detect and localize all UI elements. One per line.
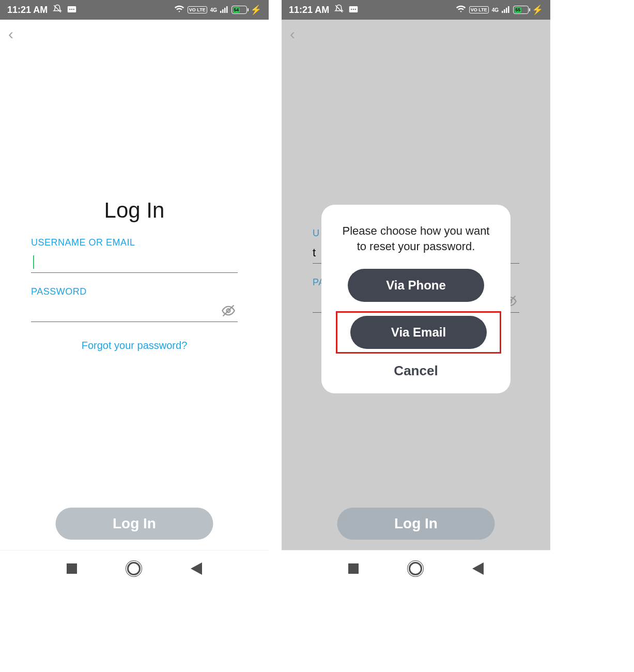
nav-back-icon[interactable] (472, 562, 484, 575)
nav-home-icon[interactable] (409, 562, 422, 575)
username-value: t (313, 246, 316, 259)
nav-recents-icon[interactable] (348, 563, 359, 574)
wifi-icon (456, 5, 466, 16)
svg-point-2 (69, 8, 70, 9)
status-time: 11:21 AM (7, 5, 48, 16)
username-input[interactable] (31, 251, 238, 273)
app-header: ‹ (282, 20, 550, 48)
cancel-button[interactable]: Cancel (336, 363, 496, 379)
svg-rect-19 (508, 6, 509, 13)
network-label: 4G (210, 7, 217, 13)
volte-icon: VO LTE (469, 6, 489, 13)
phone-right-screenshot: 11:21 AM VO LTE 4G 55 ⚡ ‹ (282, 0, 550, 586)
battery-icon: 55 (513, 6, 529, 14)
svg-point-14 (353, 8, 354, 9)
back-icon[interactable]: ‹ (290, 26, 295, 42)
back-icon[interactable]: ‹ (8, 26, 13, 42)
phone-left-screenshot: 11:21 AM VO LTE 4G 54 ⚡ ‹ Log I (0, 0, 269, 586)
charging-icon: ⚡ (532, 4, 543, 16)
svg-rect-5 (220, 11, 222, 13)
eye-off-icon[interactable] (221, 303, 236, 321)
battery-level: 55 (515, 7, 522, 13)
charging-icon: ⚡ (250, 4, 261, 16)
svg-point-3 (71, 8, 72, 9)
reset-password-modal: Please choose how you want to reset your… (321, 205, 511, 393)
status-bar: 11:21 AM VO LTE 4G 55 ⚡ (282, 0, 550, 20)
android-nav-bar (0, 550, 269, 586)
svg-rect-6 (222, 9, 224, 13)
svg-point-4 (73, 8, 74, 9)
svg-rect-16 (502, 11, 503, 13)
highlight-annotation: Via Email (336, 311, 501, 354)
username-label: USERNAME OR EMAIL (31, 237, 238, 248)
mute-icon (334, 4, 344, 16)
login-button[interactable]: Log In (56, 508, 213, 540)
nav-recents-icon[interactable] (67, 563, 77, 574)
mute-icon (53, 4, 62, 16)
svg-rect-18 (506, 8, 507, 13)
login-screen: Log In USERNAME OR EMAIL PASSWORD Forgot… (0, 48, 269, 550)
modal-title: Please choose how you want to reset your… (336, 223, 496, 254)
svg-point-15 (355, 8, 356, 9)
signal-icon (502, 5, 510, 16)
status-time: 11:21 AM (289, 5, 329, 16)
svg-point-13 (351, 8, 352, 9)
password-label: PASSWORD (31, 286, 238, 297)
text-cursor (33, 255, 34, 269)
android-nav-bar (282, 550, 550, 586)
via-phone-button[interactable]: Via Phone (348, 269, 484, 302)
signal-icon (220, 5, 228, 16)
battery-level: 54 (233, 7, 240, 13)
message-icon (67, 5, 76, 16)
status-bar: 11:21 AM VO LTE 4G 54 ⚡ (0, 0, 269, 20)
message-icon (349, 5, 358, 16)
battery-icon: 54 (231, 6, 247, 14)
svg-rect-7 (224, 8, 226, 13)
password-input[interactable] (31, 300, 238, 322)
svg-rect-8 (226, 6, 228, 13)
forgot-password-link[interactable]: Forgot your password? (31, 340, 238, 352)
nav-home-icon[interactable] (127, 562, 141, 575)
wifi-icon (174, 5, 184, 16)
volte-icon: VO LTE (188, 6, 207, 13)
login-button[interactable]: Log In (337, 508, 495, 540)
nav-back-icon[interactable] (191, 562, 202, 575)
network-label: 4G (492, 7, 499, 13)
app-header: ‹ (0, 20, 269, 48)
page-title: Log In (31, 198, 238, 223)
svg-rect-17 (504, 9, 505, 13)
via-email-button[interactable]: Via Email (350, 316, 487, 349)
